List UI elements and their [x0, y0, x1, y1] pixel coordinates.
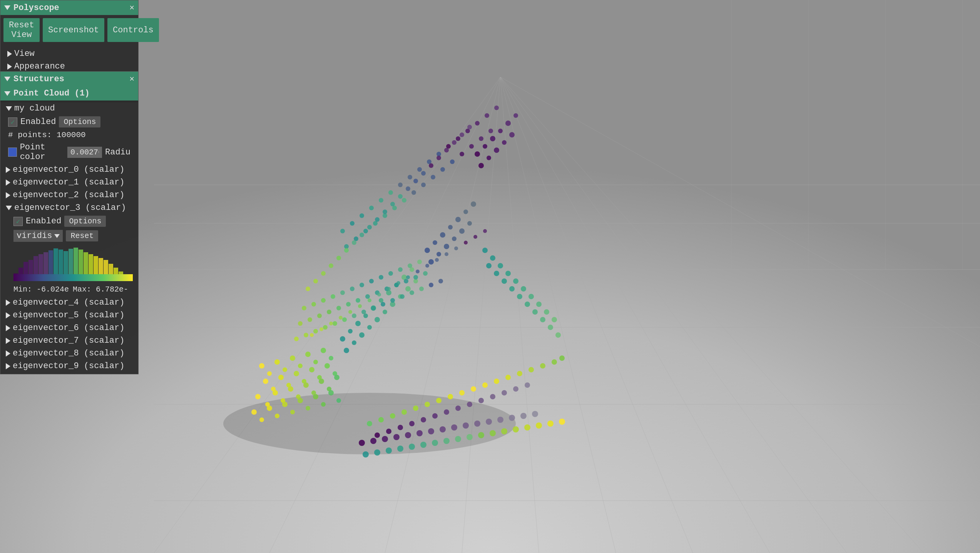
svg-point-137: [423, 271, 428, 276]
svg-point-290: [474, 421, 480, 427]
my-cloud-collapse-icon: [6, 106, 12, 111]
scalar-item-3-header[interactable]: eigenvector_3 (scalar): [0, 201, 138, 214]
scalar-enabled-checkbox[interactable]: ✓: [13, 217, 23, 226]
structures-header: Structures ×: [0, 72, 138, 86]
scalar-0-label: eigenvector_0 (scalar): [13, 165, 124, 174]
structures-collapse-icon[interactable]: [4, 77, 10, 81]
svg-point-218: [494, 379, 499, 384]
my-cloud-name: my cloud: [14, 104, 55, 113]
svg-point-43: [255, 394, 261, 399]
scalar-item-8[interactable]: eigenvector_8 (scalar): [0, 347, 138, 360]
point-cloud-collapse-icon: [4, 91, 10, 96]
svg-point-235: [490, 394, 495, 399]
scalar-item-5[interactable]: eigenvector_5 (scalar): [0, 309, 138, 322]
svg-point-248: [375, 217, 380, 222]
svg-point-104: [513, 113, 518, 118]
svg-point-119: [379, 275, 383, 280]
svg-point-93: [428, 259, 434, 265]
appearance-label: Appearance: [14, 62, 65, 71]
svg-point-224: [559, 355, 565, 361]
svg-point-251: [398, 194, 403, 199]
polyscope-collapse-icon[interactable]: [4, 5, 10, 10]
view-collapsible[interactable]: View: [4, 47, 134, 60]
svg-point-160: [398, 183, 403, 187]
svg-point-26: [283, 367, 287, 372]
svg-point-273: [425, 264, 429, 268]
polyscope-close-button[interactable]: ×: [129, 3, 134, 13]
svg-point-168: [475, 121, 480, 126]
cloud-options-button[interactable]: Options: [59, 116, 100, 127]
scalar-item-9[interactable]: eigenvector_9 (scalar): [0, 360, 138, 372]
cloud-enabled-row: ✓ Enabled Options: [0, 115, 138, 129]
svg-point-113: [321, 298, 326, 303]
svg-point-90: [455, 217, 461, 222]
svg-point-76: [344, 348, 349, 353]
svg-point-92: [471, 201, 476, 207]
svg-point-102: [498, 129, 503, 133]
controls-button[interactable]: Controls: [107, 18, 159, 42]
svg-point-135: [404, 279, 408, 283]
structures-close-button[interactable]: ×: [129, 74, 134, 84]
num-points-text: # points: 100000: [8, 131, 86, 139]
svg-point-258: [452, 140, 457, 145]
point-cloud-header[interactable]: Point Cloud (1): [0, 86, 138, 101]
svg-point-288: [451, 424, 457, 431]
colormap-reset-button[interactable]: Reset: [66, 230, 98, 241]
scalar-enabled-row: ✓ Enabled Options: [6, 214, 138, 228]
svg-point-219: [505, 375, 511, 380]
svg-point-225: [375, 432, 380, 438]
scalar-item-2[interactable]: eigenvector_2 (scalar): [0, 189, 138, 201]
svg-point-284: [405, 432, 411, 438]
reset-view-button[interactable]: Reset View: [3, 18, 40, 42]
svg-point-153: [438, 279, 443, 283]
screenshot-button[interactable]: Screenshot: [43, 18, 104, 42]
scalar-item-1[interactable]: eigenvector_1 (scalar): [0, 176, 138, 189]
point-color-swatch[interactable]: [8, 147, 17, 157]
svg-point-88: [440, 232, 445, 238]
svg-point-307: [490, 430, 496, 436]
svg-point-271: [406, 275, 410, 279]
scalar-9-label: eigenvector_9 (scalar): [13, 361, 124, 371]
scalar-item-4[interactable]: eigenvector_4 (scalar): [0, 296, 138, 309]
svg-point-239: [306, 287, 310, 291]
scalar-item-6[interactable]: eigenvector_6 (scalar): [0, 322, 138, 334]
svg-point-111: [302, 306, 306, 310]
colormap-row: viridis Reset: [6, 228, 138, 243]
svg-point-156: [360, 213, 364, 218]
svg-point-115: [340, 290, 345, 295]
svg-point-108: [502, 140, 507, 145]
svg-point-136: [413, 275, 418, 280]
scalar-enabled-label: Enabled: [26, 216, 61, 226]
svg-point-292: [497, 417, 503, 423]
cloud-enabled-checkbox[interactable]: ✓: [8, 117, 17, 127]
svg-point-263: [329, 322, 333, 325]
svg-point-212: [425, 402, 430, 407]
svg-point-214: [448, 394, 453, 399]
svg-point-206: [555, 332, 561, 338]
viewport[interactable]: [0, 0, 980, 553]
svg-point-155: [350, 221, 355, 226]
my-cloud-title-row[interactable]: my cloud: [0, 102, 138, 115]
svg-point-304: [455, 436, 461, 442]
svg-point-205: [548, 325, 553, 330]
radius-input[interactable]: [67, 147, 102, 158]
svg-point-216: [471, 386, 476, 392]
svg-point-51: [319, 379, 324, 384]
svg-point-194: [536, 302, 542, 307]
svg-point-107: [494, 147, 499, 153]
svg-point-77: [352, 340, 356, 345]
svg-point-301: [420, 442, 426, 448]
svg-point-305: [467, 434, 473, 440]
svg-point-95: [444, 244, 449, 249]
svg-point-154: [340, 229, 345, 233]
cloud-enabled-label: Enabled: [20, 117, 56, 127]
scalar-item-0[interactable]: eigenvector_0 (scalar): [0, 163, 138, 176]
polyscope-toolbar: Reset View Screenshot Controls: [0, 15, 138, 45]
svg-point-186: [488, 129, 493, 133]
scalar-options-button[interactable]: Options: [64, 216, 106, 227]
svg-point-120: [388, 271, 393, 276]
scalar-item-7[interactable]: eigenvector_7 (scalar): [0, 334, 138, 347]
svg-point-242: [329, 263, 333, 268]
colormap-selector[interactable]: viridis: [13, 230, 63, 242]
svg-point-269: [387, 287, 391, 291]
